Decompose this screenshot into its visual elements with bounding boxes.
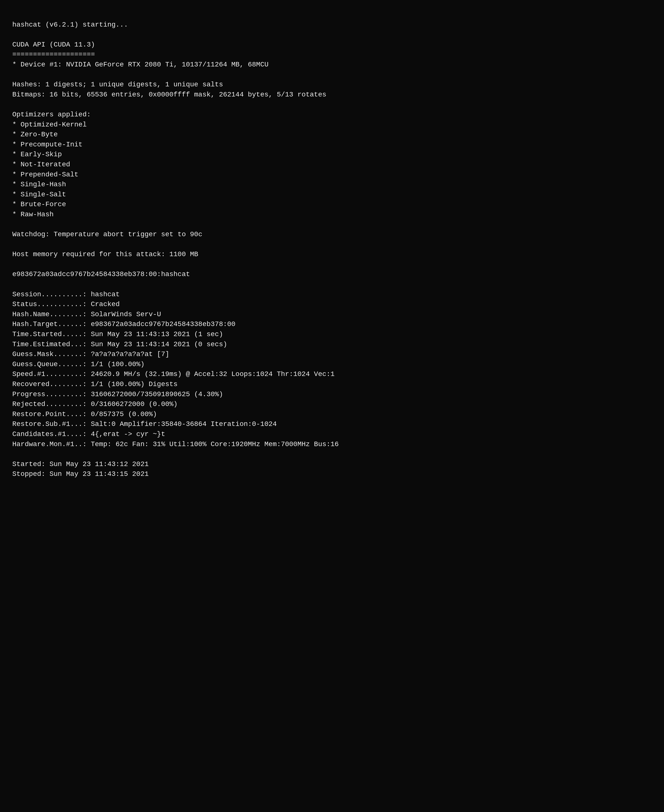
line-02 — [12, 30, 652, 40]
line-01: hashcat (v6.2.1) starting... — [12, 20, 652, 30]
line-40: Restore.Point....: 0/857375 (0.00%) — [12, 409, 652, 419]
line-12: * Zero-Byte — [12, 130, 652, 140]
line-14: * Early-Skip — [12, 150, 652, 160]
line-44 — [12, 449, 652, 460]
line-28: Session..........: hashcat — [12, 290, 652, 300]
line-39: Rejected.........: 0/31606272000 (0.00%) — [12, 399, 652, 409]
line-21 — [12, 220, 652, 230]
line-23 — [12, 240, 652, 250]
line-27 — [12, 279, 652, 290]
line-15: * Not-Iterated — [12, 160, 652, 170]
line-07: Hashes: 1 digests; 1 unique digests, 1 u… — [12, 80, 652, 90]
line-03: CUDA API (CUDA 11.3) — [12, 40, 652, 50]
line-35: Guess.Queue......: 1/1 (100.00%) — [12, 359, 652, 370]
line-38: Progress.........: 31606272000/735091890… — [12, 390, 652, 399]
line-43: Hardware.Mon.#1..: Temp: 62c Fan: 31% Ut… — [12, 439, 652, 450]
line-31: Hash.Target......: e983672a03adcc9767b24… — [12, 320, 652, 329]
line-26: e983672a03adcc9767b24584338eb378:00:hash… — [12, 269, 652, 279]
line-34: Guess.Mask.......: ?a?a?a?a?a?a?at [7] — [12, 349, 652, 359]
line-24: Host memory required for this attack: 11… — [12, 249, 652, 259]
line-32: Time.Started.....: Sun May 23 11:43:13 2… — [12, 329, 652, 339]
line-09 — [12, 99, 652, 110]
line-16: * Prepended-Salt — [12, 170, 652, 180]
line-25 — [12, 259, 652, 270]
line-42: Candidates.#1....: 4{,erat -> cyr ~}t — [12, 429, 652, 439]
line-46: Stopped: Sun May 23 11:43:15 2021 — [12, 469, 652, 479]
line-04: ==================== — [12, 50, 652, 60]
terminal-output: hashcat (v6.2.1) starting...CUDA API (CU… — [12, 10, 652, 479]
line-06 — [12, 70, 652, 80]
line-13: * Precompute-Init — [12, 140, 652, 150]
line-18: * Single-Salt — [12, 190, 652, 200]
line-08: Bitmaps: 16 bits, 65536 entries, 0x0000f… — [12, 90, 652, 100]
line-05: * Device #1: NVIDIA GeForce RTX 2080 Ti,… — [12, 60, 652, 70]
line-10: Optimizers applied: — [12, 110, 652, 120]
line-33: Time.Estimated...: Sun May 23 11:43:14 2… — [12, 339, 652, 350]
line-17: * Single-Hash — [12, 179, 652, 190]
line-41: Restore.Sub.#1...: Salt:0 Amplifier:3584… — [12, 419, 652, 429]
line-22: Watchdog: Temperature abort trigger set … — [12, 230, 652, 240]
line-11: * Optimized-Kernel — [12, 120, 652, 130]
line-36: Speed.#1.........: 24620.9 MH/s (32.19ms… — [12, 369, 652, 380]
line-45: Started: Sun May 23 11:43:12 2021 — [12, 460, 652, 470]
line-20: * Raw-Hash — [12, 210, 652, 220]
line-30: Hash.Name........: SolarWinds Serv-U — [12, 310, 652, 320]
line-29: Status...........: Cracked — [12, 300, 652, 310]
line-37: Recovered........: 1/1 (100.00%) Digests — [12, 380, 652, 390]
line-19: * Brute-Force — [12, 199, 652, 210]
